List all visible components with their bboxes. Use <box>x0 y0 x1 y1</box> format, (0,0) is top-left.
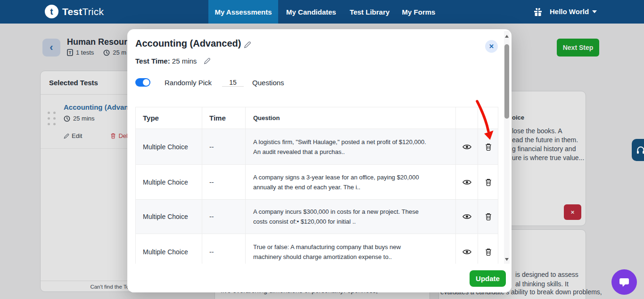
question-count-input[interactable] <box>222 79 244 87</box>
support-widget-tab[interactable] <box>632 139 644 161</box>
close-modal-button[interactable]: ✕ <box>485 40 498 53</box>
chat-bubble-icon <box>618 276 630 288</box>
preview-question-button[interactable] <box>456 165 478 199</box>
randomly-pick-label: Randomly Pick <box>165 79 212 87</box>
update-button[interactable]: Update <box>470 270 506 287</box>
edit-time-pencil-icon[interactable] <box>204 57 211 65</box>
col-header-time: Time <box>202 107 246 129</box>
trash-icon <box>485 143 492 151</box>
chat-widget-button[interactable] <box>611 269 637 295</box>
eye-icon <box>462 179 471 186</box>
scrollbar-thumb[interactable] <box>504 44 509 119</box>
modal-scrollbar[interactable] <box>504 31 510 264</box>
questions-label: Questions <box>252 79 284 87</box>
modal-title: Accounting (Advanced) <box>135 38 241 49</box>
questions-table: Type Time Question Multiple Choice -- A … <box>135 107 498 265</box>
eye-icon <box>462 213 471 220</box>
chevron-down-icon <box>592 10 597 13</box>
preview-question-button[interactable] <box>456 234 478 265</box>
user-menu[interactable]: Hello World <box>550 8 589 16</box>
eye-icon <box>462 249 471 255</box>
question-row: Multiple Choice -- True or false: A manu… <box>136 234 498 265</box>
delete-question-button[interactable] <box>478 200 498 234</box>
headphones-icon <box>636 145 644 155</box>
delete-question-button[interactable] <box>478 234 498 265</box>
question-row: Multiple Choice -- A company incurs $300… <box>136 200 498 234</box>
trash-icon <box>485 248 492 256</box>
question-row: Multiple Choice -- A logistics firm, "Sw… <box>136 129 498 165</box>
scroll-down-arrow[interactable] <box>505 258 509 261</box>
nav-tab-test-library[interactable]: Test Library <box>349 0 390 24</box>
nav-tab-my-assessments[interactable]: My Assessments <box>208 0 278 24</box>
question-row: Multiple Choice -- A company signs a 3-y… <box>136 165 498 200</box>
trash-icon <box>485 212 492 221</box>
top-nav: t TestTrick My Assessments My Candidates… <box>0 0 644 24</box>
app-window: t TestTrick My Assessments My Candidates… <box>0 0 644 299</box>
col-header-type: Type <box>136 107 202 129</box>
eye-icon <box>462 144 471 150</box>
nav-tab-my-candidates[interactable]: My Candidates <box>285 0 338 24</box>
trash-icon <box>485 178 492 186</box>
table-header-row: Type Time Question <box>136 107 498 129</box>
edit-test-modal: Accounting (Advanced) Test Time: 25 mins… <box>127 29 512 292</box>
randomly-pick-toggle[interactable] <box>135 78 150 87</box>
modal-footer: Update <box>127 264 512 292</box>
edit-title-pencil-icon[interactable] <box>244 41 251 48</box>
brand-logo[interactable]: t TestTrick <box>45 5 104 18</box>
preview-question-button[interactable] <box>456 129 478 164</box>
scroll-up-arrow[interactable] <box>505 35 509 38</box>
preview-question-button[interactable] <box>456 200 478 234</box>
delete-question-button[interactable] <box>478 165 498 199</box>
nav-tab-my-forms[interactable]: My Forms <box>400 0 438 24</box>
gift-icon[interactable] <box>533 7 543 16</box>
col-header-question: Question <box>246 107 456 129</box>
delete-question-button[interactable] <box>478 129 498 164</box>
brand-circle-icon: t <box>45 5 58 18</box>
brand-name: TestTrick <box>62 6 104 17</box>
test-time: Test Time: 25 mins <box>135 57 197 65</box>
